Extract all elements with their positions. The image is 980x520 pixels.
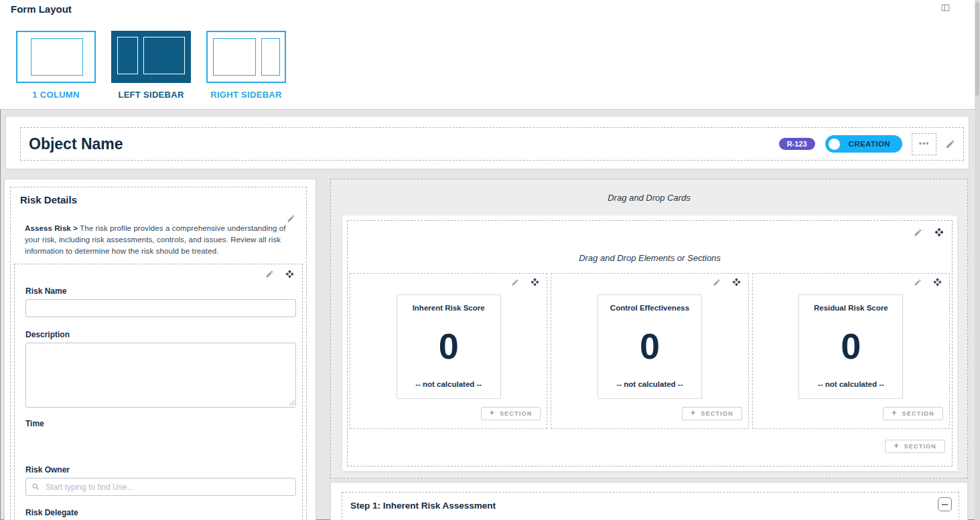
object-name-title: Object Name: [29, 135, 779, 153]
one-column-thumbnail: [16, 31, 96, 83]
step1-section: Step 1: Inherent Risk Assessment: [342, 492, 959, 520]
columns-layout-icon[interactable]: [941, 3, 950, 12]
drag-drop-elements-label: Drag and Drop Elements or Sections: [348, 253, 952, 263]
plus-icon: +: [892, 410, 897, 416]
intro-bold-prefix: Assess Risk >: [25, 224, 78, 232]
risk-owner-search-box[interactable]: [25, 478, 296, 496]
column-residual-risk[interactable]: Residual Risk Score 0 -- not calculated …: [752, 273, 950, 429]
more-actions-button[interactable]: •••: [912, 133, 936, 155]
risk-details-section: Risk Details Assess Risk > The risk prof…: [10, 187, 307, 520]
section-button-label: SECTION: [902, 410, 934, 417]
risk-name-label: Risk Name: [25, 286, 296, 296]
plus-icon: +: [691, 410, 696, 416]
elements-canvas-card: Drag and Drop Elements or Sections: [342, 215, 957, 471]
move-column-icon[interactable]: [531, 278, 539, 286]
score-card-value: 0: [439, 328, 459, 364]
right-sidebar-thumbnail: [206, 31, 286, 83]
score-card-value: 0: [841, 328, 861, 364]
vertical-scrollbar[interactable]: [975, 0, 980, 520]
risk-owner-label: Risk Owner: [25, 465, 296, 474]
move-fields-icon[interactable]: [285, 270, 294, 278]
object-header-bar: Object Name R-123 CREATION •••: [5, 116, 969, 169]
control-effectiveness-card[interactable]: Control Effectiveness 0 -- not calculate…: [598, 294, 702, 399]
object-header-dropzone[interactable]: Object Name R-123 CREATION •••: [20, 127, 964, 161]
toggle-knob: [829, 139, 840, 150]
collapse-section-button[interactable]: [938, 497, 952, 511]
risk-name-input[interactable]: [25, 299, 296, 317]
section-button-label: SECTION: [701, 410, 733, 417]
time-label: Time: [25, 419, 296, 428]
plus-icon: +: [490, 410, 495, 416]
workflow-state-label: CREATION: [849, 140, 890, 148]
score-card-value: 0: [640, 328, 660, 364]
step1-title: Step 1: Inherent Risk Assessment: [350, 501, 951, 511]
left-sidebar-thumbnail: [111, 31, 191, 83]
edit-canvas-pencil-icon[interactable]: [914, 228, 922, 237]
layout-option-right-sidebar[interactable]: RIGHT SIDEBAR: [206, 31, 286, 100]
score-card-status: -- not calculated --: [616, 380, 683, 388]
layout-option-one-column[interactable]: 1 COLUMN: [16, 31, 96, 100]
edit-column-pencil-icon[interactable]: [511, 278, 519, 286]
minus-icon: [942, 504, 948, 505]
move-canvas-icon[interactable]: [934, 228, 944, 237]
column-inherent-risk[interactable]: Inherent Risk Score 0 -- not calculated …: [350, 273, 547, 429]
drag-drop-cards-label: Drag and Drop Cards: [331, 193, 967, 203]
edit-column-pencil-icon[interactable]: [713, 278, 721, 286]
right-sidebar-label: RIGHT SIDEBAR: [206, 90, 286, 100]
column-control-effectiveness[interactable]: Control Effectiveness 0 -- not calculate…: [551, 273, 748, 429]
form-builder-window: Form Layout 1 COLUMN LEFT SIDEBAR RIGHT …: [0, 0, 980, 520]
description-textarea[interactable]: [25, 343, 296, 408]
drag-drop-cards-container[interactable]: Drag and Drop Cards Drag and Drop Elemen…: [330, 179, 968, 479]
scrollbar-thumb[interactable]: [975, 2, 979, 96]
move-column-icon[interactable]: [933, 278, 942, 286]
form-layout-title: Form Layout: [11, 3, 72, 15]
section-button-label: SECTION: [500, 410, 532, 417]
form-layout-panel: Form Layout 1 COLUMN LEFT SIDEBAR RIGHT …: [0, 0, 975, 110]
score-card-title: Control Effectiveness: [610, 304, 689, 312]
move-column-icon[interactable]: [732, 278, 741, 286]
risk-delegate-label: Risk Delegate: [25, 508, 296, 517]
edit-column-pencil-icon[interactable]: [914, 278, 922, 286]
add-section-button[interactable]: + SECTION: [885, 440, 945, 453]
residual-risk-score-card[interactable]: Residual Risk Score 0 -- not calculated …: [798, 294, 903, 399]
plus-icon: +: [894, 443, 899, 449]
edit-header-pencil-icon[interactable]: [945, 139, 955, 149]
score-columns-row: Inherent Risk Score 0 -- not calculated …: [350, 273, 950, 429]
inherent-risk-score-card[interactable]: Inherent Risk Score 0 -- not calculated …: [397, 294, 501, 399]
step1-card: Step 1: Inherent Risk Assessment: [330, 482, 968, 520]
fields-subsection: Risk Name Description Time Risk Owner: [14, 264, 303, 520]
workflow-state-toggle[interactable]: CREATION: [825, 135, 902, 153]
elements-dropzone[interactable]: Drag and Drop Elements or Sections: [347, 220, 953, 466]
score-card-status: -- not calculated --: [415, 380, 482, 388]
section-button-label: SECTION: [904, 443, 936, 450]
edit-fields-pencil-icon[interactable]: [265, 270, 274, 278]
one-column-label: 1 COLUMN: [16, 90, 96, 100]
risk-details-card: Risk Details Assess Risk > The risk prof…: [4, 179, 316, 520]
search-icon: [31, 483, 40, 491]
risk-owner-search-input[interactable]: [46, 483, 290, 492]
object-id-badge: R-123: [779, 138, 815, 150]
risk-details-title: Risk Details: [20, 194, 297, 205]
add-section-button[interactable]: + SECTION: [883, 407, 943, 420]
left-sidebar-label: LEFT SIDEBAR: [111, 90, 191, 100]
risk-details-intro-text: Assess Risk > The risk profile provides …: [25, 223, 297, 257]
score-card-title: Residual Risk Score: [814, 304, 888, 312]
add-section-button[interactable]: + SECTION: [481, 407, 541, 420]
description-label: Description: [25, 330, 296, 339]
add-section-button[interactable]: + SECTION: [682, 407, 742, 420]
score-card-title: Inherent Risk Score: [413, 304, 485, 312]
score-card-status: -- not calculated --: [818, 380, 884, 388]
layout-option-left-sidebar[interactable]: LEFT SIDEBAR: [111, 31, 191, 100]
edit-section-pencil-icon[interactable]: [287, 214, 295, 223]
